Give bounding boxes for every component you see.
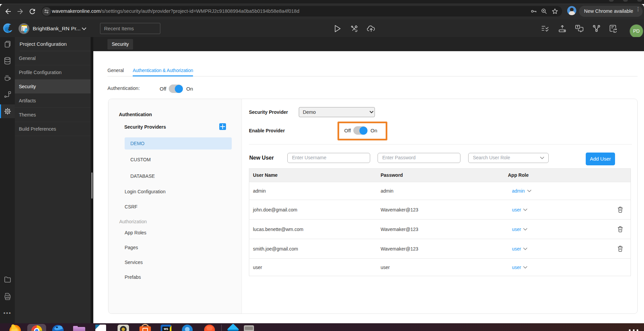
svg-text:LOG: LOG (6, 296, 10, 298)
